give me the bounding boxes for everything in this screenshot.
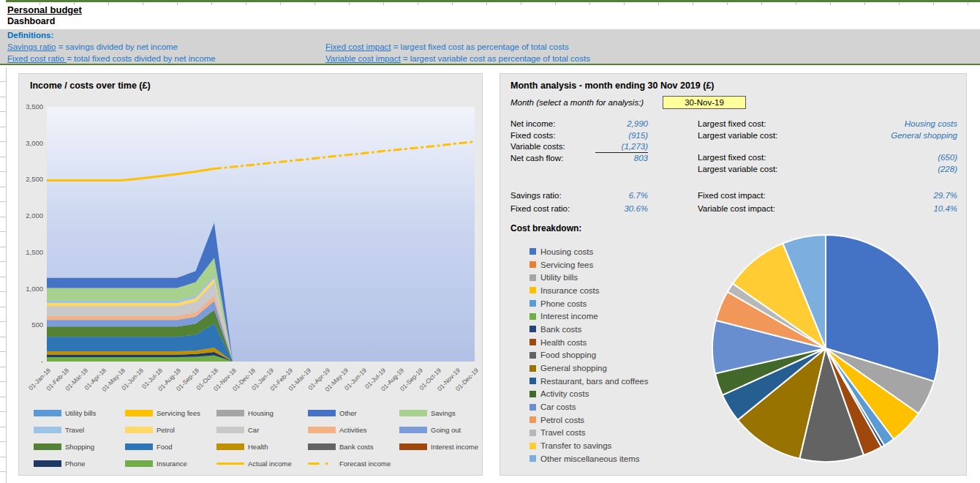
pie-legend-swatch: [529, 326, 536, 332]
stat-label: Largest fixed cost:: [698, 119, 766, 130]
stat-value: 803: [634, 153, 648, 165]
pie-legend-swatch: [529, 404, 536, 411]
area-chart-title: Income / costs over time (£): [30, 80, 151, 91]
definition-fixed-cost-impact: Fixed cost impact = largest fixed cost a…: [325, 42, 569, 51]
pie-legend-item-travel-costs: Travel costs: [529, 427, 648, 440]
area-chart-legend: Utility billsServicing feesHousingOtherS…: [34, 409, 481, 467]
pie-legend-item-interest-income: Interest income: [529, 310, 648, 323]
legend-dash: [308, 463, 320, 465]
stat-value: 29.7%: [933, 190, 957, 203]
legend-item-food: Food: [125, 443, 216, 450]
legend-swatch: [216, 443, 244, 450]
pie-legend-label: Activity costs: [540, 389, 589, 398]
stat-label: Net income:: [510, 119, 555, 130]
stat-row: Fixed costs:(915): [510, 130, 648, 142]
y-axis-tick-label: 1,000: [19, 285, 43, 293]
legend-label: Forecast income: [339, 460, 391, 468]
definition-term-link[interactable]: Fixed cost ratio: [7, 54, 67, 63]
pie-legend: Housing costsServicing feesUtility bills…: [529, 245, 648, 465]
y-axis-tick-label: 2,500: [19, 175, 43, 183]
definition-text: = largest variable cost as percentage of…: [401, 54, 590, 63]
pie-legend-item-housing-costs: Housing costs: [529, 245, 648, 258]
pie-legend-item-car-costs: Car costs: [529, 400, 648, 413]
stat-row: Savings ratio:6.7%: [510, 190, 648, 203]
income-costs-chart-panel: Income / costs over time (£) -5001,0001,…: [18, 73, 483, 476]
legend-item-bank-costs: Bank costs: [308, 443, 399, 450]
pie-legend-swatch: [529, 248, 536, 255]
legend-label: Servicing fees: [157, 409, 200, 417]
legend-item-interest-income: Interest income: [399, 443, 481, 450]
legend-swatch: [216, 410, 244, 416]
definition-text: = total fixed costs divided by net incom…: [67, 54, 216, 63]
y-axis-tick-label: 3,500: [19, 102, 43, 111]
pie-legend-swatch: [529, 416, 536, 423]
legend-item-other: Other: [308, 409, 399, 416]
pie-legend-label: Insurance costs: [540, 286, 600, 295]
pie-legend-swatch: [529, 391, 536, 397]
definition-term-link[interactable]: Variable cost impact: [325, 54, 401, 63]
definitions-heading: Definitions:: [7, 31, 53, 40]
pie-legend-item-phone-costs: Phone costs: [529, 297, 648, 310]
legend-item-forecast-income: Forecast income: [308, 460, 399, 467]
stat-label: Fixed costs:: [510, 130, 555, 142]
legend-item-housing: Housing: [216, 409, 308, 416]
pie-legend-item-health-costs: Health costs: [529, 336, 648, 349]
stat-label: Largest variable cost:: [698, 164, 777, 176]
stat-label: Largest fixed cost:: [698, 152, 766, 164]
pie-legend-swatch: [529, 378, 536, 384]
stat-label: Savings ratio:: [510, 190, 562, 203]
pie-legend-label: Phone costs: [540, 299, 587, 308]
pie-legend-label: General shopping: [540, 364, 607, 372]
pie-legend-swatch: [529, 365, 536, 372]
legend-label: Petrol: [157, 426, 175, 434]
legend-swatch: [34, 443, 61, 450]
pie-legend-label: Bank costs: [540, 325, 581, 334]
pie-legend-item-restaurant-bars-and-coffees: Restaurant, bars and coffees: [529, 375, 648, 388]
pie-legend-item-general-shopping: General shopping: [529, 362, 648, 375]
legend-gap: [320, 463, 325, 465]
pie-legend-item-insurance-costs: Insurance costs: [529, 284, 648, 297]
legend-swatch: [34, 427, 61, 433]
stat-row: Variable costs:(1,273): [510, 141, 648, 153]
legend-label: Car: [248, 426, 259, 434]
legend-item-health: Health: [216, 443, 308, 450]
legend-item-actual-income: Actual income: [216, 460, 308, 467]
ratios-right: Fixed cost impact:29.7%Variable cost imp…: [698, 190, 957, 215]
legend-label: Savings: [431, 409, 456, 417]
pie-legend-label: Servicing fees: [540, 261, 593, 269]
y-axis-tick-label: 2,000: [19, 211, 43, 220]
legend-label: Food: [157, 443, 173, 451]
legend-dot: [325, 463, 328, 465]
stat-value: (915): [628, 130, 648, 142]
stat-row: Largest fixed cost:Housing costs: [698, 119, 957, 130]
stat-row: Fixed cost ratio:30.6%: [510, 203, 648, 216]
legend-swatch: [308, 410, 336, 416]
stat-value: 6.7%: [629, 190, 648, 203]
stats-right-top: Largest fixed cost:Housing costsLargest …: [698, 119, 957, 141]
legend-swatch: [399, 443, 427, 450]
stat-label: Variable costs:: [510, 141, 565, 153]
legend-label: Bank costs: [339, 443, 373, 451]
pie-legend-label: Health costs: [540, 338, 587, 347]
pie-legend-swatch: [529, 300, 536, 307]
pie-legend-item-transfer-to-savings: Transfer to savings: [529, 439, 648, 452]
y-axis-tick-label: -: [19, 357, 43, 365]
legend-label: Utility bills: [65, 409, 96, 417]
ratios-left: Savings ratio:6.7%Fixed cost ratio:30.6%: [510, 190, 648, 215]
legend-swatch: [34, 460, 61, 467]
cost-breakdown-heading: Cost breakdown:: [510, 223, 581, 233]
legend-swatch: [125, 443, 153, 450]
month-select-cell[interactable]: 30-Nov-19: [663, 96, 746, 109]
legend-label: Other: [339, 409, 357, 417]
month-analysis-title: Month analysis - month ending 30 Nov 201…: [510, 80, 715, 91]
legend-item-savings: Savings: [399, 409, 481, 416]
pie-legend-swatch: [529, 274, 536, 281]
pie-legend-item-bank-costs: Bank costs: [529, 323, 648, 336]
stat-value: General shopping: [891, 130, 957, 142]
stat-label: Fixed cost impact:: [698, 190, 766, 203]
stats-right-mid: Largest fixed cost:(650)Largest variable…: [698, 152, 957, 175]
definition-term-link[interactable]: Savings ratio: [7, 42, 56, 51]
definition-term-link[interactable]: Fixed cost impact: [325, 42, 391, 51]
stat-value: (650): [938, 152, 957, 164]
y-axis-tick-label: 1,500: [19, 248, 43, 256]
